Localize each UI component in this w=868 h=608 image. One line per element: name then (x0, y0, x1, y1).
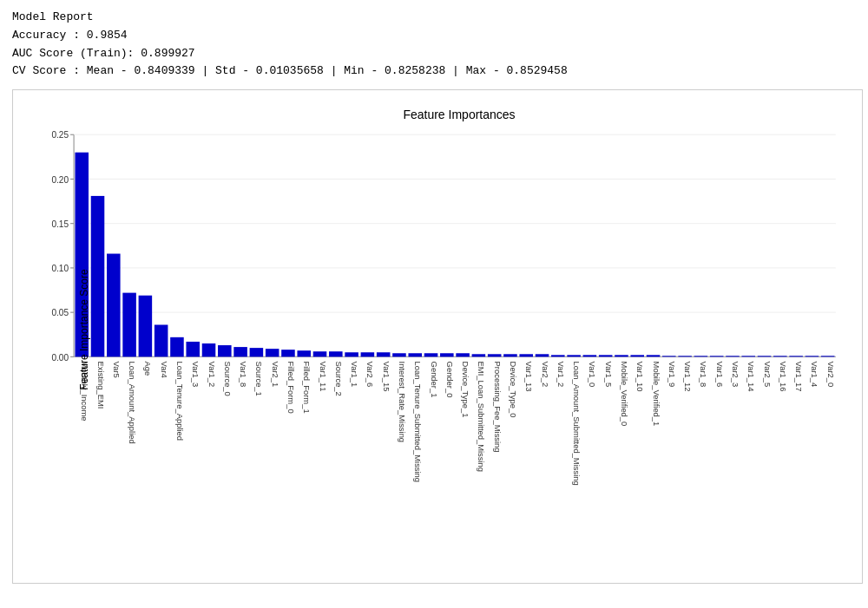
svg-rect-42 (250, 348, 264, 356)
svg-text:Var1_8: Var1_8 (239, 362, 247, 388)
svg-rect-34 (186, 342, 200, 356)
chart-svg: 0.000.050.100.150.200.25Monthly_IncomeEx… (65, 130, 853, 529)
svg-rect-70 (472, 354, 486, 356)
svg-rect-54 (345, 352, 358, 356)
svg-text:Var4: Var4 (160, 362, 168, 378)
chart-area: Feature Importance Score 0.000.050.100.1… (65, 130, 853, 529)
svg-text:Var1_15: Var1_15 (382, 362, 391, 392)
accuracy-line: Accuracy : 0.9854 (12, 27, 856, 45)
svg-text:Var1_6: Var1_6 (715, 362, 724, 388)
svg-rect-82 (567, 356, 581, 357)
svg-text:Var1_5: Var1_5 (604, 362, 613, 388)
svg-text:Var1_2: Var1_2 (207, 362, 216, 388)
svg-text:Var1_14: Var1_14 (746, 362, 755, 392)
svg-rect-26 (122, 293, 136, 357)
svg-text:Var1_9: Var1_9 (667, 362, 676, 388)
svg-rect-112 (806, 356, 819, 357)
svg-rect-96 (678, 356, 692, 357)
svg-text:Loan_Amount_Applied: Loan_Amount_Applied (128, 362, 136, 444)
svg-rect-56 (361, 352, 375, 356)
svg-rect-28 (139, 296, 153, 357)
svg-rect-40 (233, 347, 247, 356)
svg-text:Interest_Rate_Missing: Interest_Rate_Missing (398, 362, 406, 442)
svg-rect-92 (647, 356, 661, 357)
svg-text:Var1_11: Var1_11 (319, 362, 327, 392)
svg-text:Var1_3: Var1_3 (191, 362, 200, 388)
svg-text:Loan_Tenure_Submitted_Missing: Loan_Tenure_Submitted_Missing (413, 362, 422, 482)
svg-text:Var2_3: Var2_3 (731, 362, 740, 388)
svg-text:0.15: 0.15 (51, 219, 69, 229)
svg-text:Device_Type_0: Device_Type_0 (509, 362, 517, 418)
svg-text:Var1_1: Var1_1 (350, 362, 358, 388)
svg-rect-104 (741, 356, 755, 357)
svg-text:0.00: 0.00 (51, 353, 69, 363)
svg-rect-52 (329, 351, 343, 356)
svg-text:EMI_Loan_Submitted_Missing: EMI_Loan_Submitted_Missing (477, 362, 485, 472)
chart-container: Feature Importances Feature Importance S… (12, 89, 863, 584)
svg-text:Gender_0: Gender_0 (445, 362, 454, 398)
svg-text:Var1_10: Var1_10 (635, 362, 644, 392)
svg-text:Var2_1: Var2_1 (271, 362, 279, 388)
auc-line: AUC Score (Train): 0.899927 (12, 45, 856, 63)
svg-rect-110 (789, 356, 803, 357)
svg-rect-102 (726, 356, 740, 357)
svg-text:0.20: 0.20 (51, 175, 69, 185)
svg-rect-50 (313, 351, 327, 356)
svg-rect-48 (297, 350, 311, 356)
svg-text:Var1_8: Var1_8 (699, 362, 707, 388)
svg-text:Var2_0: Var2_0 (826, 362, 835, 388)
cv-line: CV Score : Mean - 0.8409339 | Std - 0.01… (12, 62, 856, 81)
svg-rect-32 (170, 337, 184, 357)
svg-rect-86 (599, 356, 613, 357)
svg-rect-74 (503, 354, 517, 356)
svg-text:Var2_5: Var2_5 (763, 362, 772, 388)
svg-rect-72 (488, 354, 502, 356)
svg-rect-44 (266, 349, 279, 356)
svg-rect-98 (694, 356, 708, 357)
svg-rect-106 (758, 356, 772, 357)
svg-text:0.05: 0.05 (51, 308, 69, 317)
svg-text:Var5: Var5 (112, 362, 121, 378)
svg-rect-100 (710, 356, 724, 357)
svg-rect-64 (424, 353, 438, 356)
svg-rect-90 (630, 356, 644, 357)
svg-rect-108 (773, 356, 787, 357)
svg-text:Source_1: Source_1 (254, 362, 263, 396)
svg-text:Var1_4: Var1_4 (810, 362, 819, 388)
svg-text:Var2_2: Var2_2 (541, 362, 549, 388)
svg-text:Var1_16: Var1_16 (779, 362, 787, 392)
svg-rect-62 (408, 353, 422, 356)
svg-rect-22 (91, 196, 105, 356)
svg-text:Gender_1: Gender_1 (430, 362, 438, 398)
svg-text:0.10: 0.10 (51, 264, 69, 273)
svg-rect-58 (377, 352, 391, 356)
svg-text:Mobile_Verified_1: Mobile_Verified_1 (652, 362, 661, 427)
svg-rect-24 (107, 254, 121, 357)
svg-rect-66 (440, 353, 454, 356)
svg-rect-46 (281, 350, 295, 356)
svg-text:Var1_12: Var1_12 (683, 362, 692, 392)
svg-text:Var2_6: Var2_6 (365, 362, 374, 388)
svg-text:Filled_Form_1: Filled_Form_1 (302, 362, 311, 414)
svg-text:Loan_Tenure_Applied: Loan_Tenure_Applied (175, 362, 184, 441)
svg-rect-114 (821, 356, 835, 357)
svg-rect-60 (392, 353, 406, 356)
svg-text:Var1_13: Var1_13 (524, 362, 533, 392)
svg-text:Existing_EMI: Existing_EMI (96, 362, 105, 409)
svg-text:0.25: 0.25 (51, 130, 69, 140)
chart-title: Feature Importances (65, 108, 853, 121)
svg-text:Filled_Form_0: Filled_Form_0 (286, 362, 295, 414)
svg-rect-76 (519, 354, 533, 356)
svg-rect-38 (218, 345, 232, 356)
svg-text:Mobile_Verified_0: Mobile_Verified_0 (620, 362, 628, 427)
svg-rect-88 (615, 356, 628, 357)
svg-text:Var1_2: Var1_2 (556, 362, 565, 388)
svg-text:Device_Type_1: Device_Type_1 (461, 362, 470, 418)
svg-text:Loan_Amount_Submitted_Missing: Loan_Amount_Submitted_Missing (572, 362, 581, 486)
y-axis-label: Feature Importance Score (78, 269, 90, 389)
svg-rect-30 (155, 325, 168, 357)
report-header: Model Report Accuracy : 0.9854 AUC Score… (12, 9, 856, 81)
svg-text:Source_0: Source_0 (223, 362, 232, 396)
svg-text:Processing_Fee_Missing: Processing_Fee_Missing (493, 362, 502, 453)
svg-rect-80 (551, 356, 565, 357)
